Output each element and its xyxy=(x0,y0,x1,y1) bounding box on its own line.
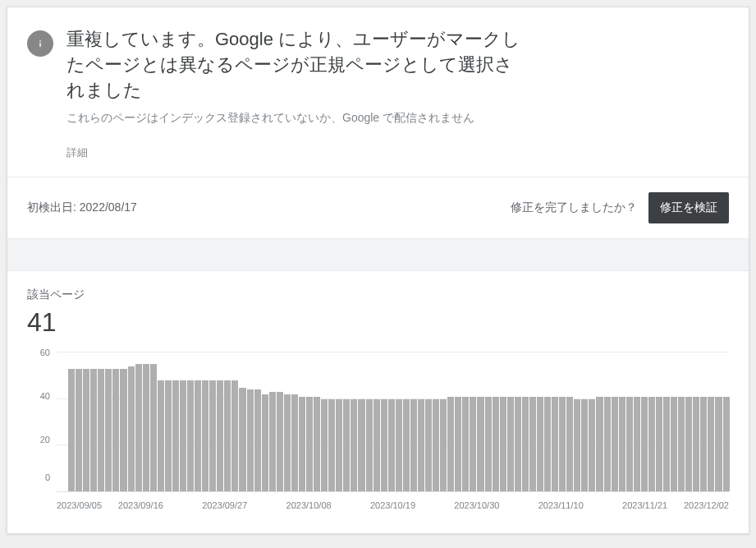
first-detected-value: 2022/08/17 xyxy=(80,200,137,214)
bar xyxy=(522,397,529,491)
bar xyxy=(68,369,75,491)
issue-title: 重複しています。Google により、ユーザーがマークしたページとは異なるページ… xyxy=(66,27,526,103)
bar xyxy=(262,394,268,491)
x-tick: 2023/12/02 xyxy=(684,500,729,510)
x-axis: 2023/09/052023/09/162023/09/272023/10/08… xyxy=(57,495,729,517)
fix-question: 修正を完了しましたか？ xyxy=(511,200,637,215)
bar xyxy=(306,397,313,491)
bar xyxy=(158,380,164,491)
y-tick: 60 xyxy=(27,348,50,357)
x-tick: 2023/10/08 xyxy=(286,500,332,510)
bar xyxy=(604,397,611,491)
bar xyxy=(493,397,499,491)
bar xyxy=(224,380,231,491)
bar xyxy=(715,397,722,491)
plot-area xyxy=(57,352,729,492)
bar xyxy=(410,399,417,492)
y-tick: 40 xyxy=(27,391,50,401)
bar xyxy=(596,397,603,491)
bar xyxy=(90,369,97,491)
bar xyxy=(217,380,223,491)
bar xyxy=(403,399,410,492)
bar xyxy=(537,397,543,491)
meta-right: 修正を完了しましたか？ 修正を検証 xyxy=(511,192,729,223)
bar xyxy=(112,369,119,491)
validate-fix-button[interactable]: 修正を検証 xyxy=(648,192,729,223)
details-link[interactable]: 詳細 xyxy=(66,145,729,160)
x-tick: 2023/09/16 xyxy=(118,500,163,510)
bar xyxy=(648,397,655,491)
info-icon xyxy=(27,30,53,57)
spacer xyxy=(7,238,749,271)
bar xyxy=(195,380,201,491)
x-tick: 2023/11/21 xyxy=(622,500,667,510)
bar xyxy=(693,397,699,491)
bar xyxy=(284,394,291,491)
bar xyxy=(574,399,580,492)
bar xyxy=(440,399,447,492)
bar xyxy=(239,388,245,492)
bar xyxy=(552,397,558,491)
affected-pages-value: 41 xyxy=(27,307,729,338)
header-text: 重複しています。Google により、ユーザーがマークしたページとは異なるページ… xyxy=(66,27,729,160)
bar xyxy=(277,392,283,491)
first-detected: 初検出日: 2022/08/17 xyxy=(27,200,137,215)
bar xyxy=(366,399,373,492)
y-tick: 0 xyxy=(27,472,50,482)
bar xyxy=(581,399,588,492)
bar xyxy=(455,397,461,491)
bar xyxy=(321,399,328,492)
bar xyxy=(529,397,536,491)
bar xyxy=(626,397,633,491)
affected-pages-label: 該当ページ xyxy=(27,288,729,302)
x-tick: 2023/11/10 xyxy=(538,500,584,510)
bar xyxy=(656,397,662,491)
bar xyxy=(515,397,521,491)
bar xyxy=(723,397,730,491)
bar xyxy=(128,366,135,491)
bar xyxy=(254,389,261,491)
bar xyxy=(143,364,149,491)
bar xyxy=(462,397,469,491)
bar xyxy=(180,380,186,491)
x-tick: 2023/10/30 xyxy=(454,500,499,510)
bar xyxy=(447,397,454,491)
bar xyxy=(663,397,670,491)
y-axis: 6040200 xyxy=(27,352,50,492)
bar xyxy=(612,397,618,491)
first-detected-label: 初検出日: xyxy=(27,200,76,214)
bar xyxy=(641,397,648,491)
bar xyxy=(343,399,350,492)
bar xyxy=(700,397,707,491)
stats-section: 該当ページ 41 xyxy=(7,271,749,344)
issue-subtitle: これらのページはインデックス登録されていないか、Google で配信されません xyxy=(66,111,729,126)
bar xyxy=(231,380,238,491)
bar xyxy=(299,397,305,491)
x-tick: 2023/09/27 xyxy=(202,500,247,510)
meta-row: 初検出日: 2022/08/17 修正を完了しましたか？ 修正を検証 xyxy=(7,177,749,238)
bar xyxy=(172,380,179,491)
x-tick: 2023/10/19 xyxy=(370,500,415,510)
bar xyxy=(150,364,157,491)
bar xyxy=(135,364,142,491)
y-tick: 20 xyxy=(27,435,50,444)
bar xyxy=(98,369,104,491)
bar xyxy=(373,399,380,492)
bar xyxy=(685,397,692,491)
bar xyxy=(187,380,194,491)
bar xyxy=(708,397,714,491)
bar xyxy=(433,399,439,492)
bar xyxy=(566,397,573,491)
bar xyxy=(619,397,625,491)
bars xyxy=(57,352,729,491)
bar xyxy=(336,399,342,492)
bar xyxy=(381,399,387,492)
bar xyxy=(418,399,424,492)
bar xyxy=(477,397,483,491)
bar xyxy=(76,369,82,491)
bar xyxy=(209,380,216,491)
bar xyxy=(120,369,126,491)
bar xyxy=(500,397,506,491)
bar xyxy=(165,380,172,491)
bar xyxy=(507,397,514,491)
